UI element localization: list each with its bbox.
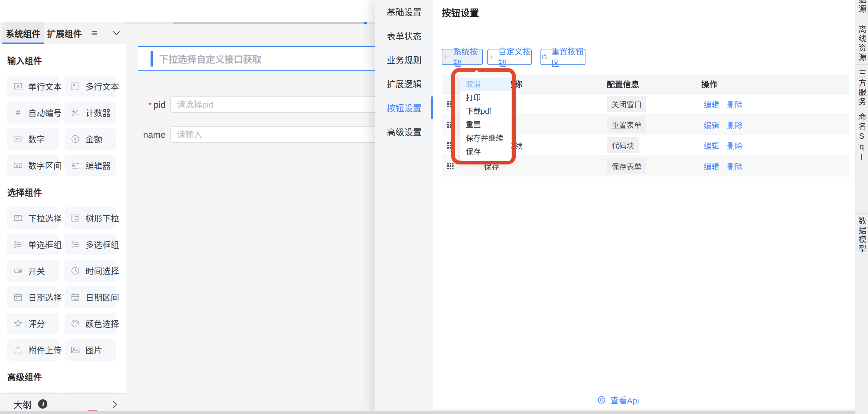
component-label: 单选框组 xyxy=(28,238,62,250)
component-label: 评分 xyxy=(28,317,45,330)
component-tree-select[interactable]: 树形下拉 xyxy=(64,207,116,229)
dropdown-item-cancel[interactable]: 取消 xyxy=(460,78,511,91)
settings-nav: 基础设置 表单状态 业务规则 扩展逻辑 按钮设置 高级设置 xyxy=(375,0,433,414)
nav-business-rules[interactable]: 业务规则 xyxy=(375,48,433,72)
component-amount[interactable]: ¥ 金额 xyxy=(64,128,116,150)
outline-expand-chevron-right-icon[interactable] xyxy=(112,400,118,409)
component-switch[interactable]: 开关 xyxy=(7,260,59,282)
nav-extension-logic[interactable]: 扩展逻辑 xyxy=(375,72,433,97)
component-label: 单行文本 xyxy=(28,80,62,92)
drag-handle-icon[interactable] xyxy=(447,163,454,169)
pid-select-input[interactable] xyxy=(170,97,375,113)
component-label: 多选框组 xyxy=(86,238,119,250)
edit-link[interactable]: 编辑 xyxy=(704,140,719,151)
multiline-text-icon: A xyxy=(70,81,81,91)
dropdown-item-reset[interactable]: 重置 xyxy=(460,118,511,132)
component-time-picker[interactable]: 时间选择 xyxy=(64,260,116,282)
dropdown-caret xyxy=(472,70,482,75)
component-label: 金额 xyxy=(86,133,102,145)
select-icon xyxy=(13,213,23,223)
nav-form-status[interactable]: 表单状态 xyxy=(375,25,433,48)
dropdown-item-print[interactable]: 打印 xyxy=(460,91,511,105)
section-title-input-components: 输入组件 xyxy=(7,54,126,67)
required-asterisk: * xyxy=(149,100,152,110)
component-select[interactable]: 下拉选择 xyxy=(7,207,59,229)
add-system-button[interactable]: 系统按钮 xyxy=(442,49,483,65)
strip-tab-offline-resources[interactable]: 离线资源 xyxy=(856,20,868,65)
section-title-select-components: 选择组件 xyxy=(7,186,126,198)
delete-link[interactable]: 删除 xyxy=(727,140,743,151)
page-title: 按钮设置 xyxy=(442,5,479,19)
nav-advanced-settings[interactable]: 高级设置 xyxy=(375,120,433,144)
component-label: 下拉选择 xyxy=(28,212,62,224)
nav-basic-settings[interactable]: 基础设置 xyxy=(375,1,433,25)
outline-bar: 大纲 i xyxy=(0,393,126,414)
strip-tab-third-party-services[interactable]: 三方服务 xyxy=(856,64,868,109)
image-icon xyxy=(70,345,81,355)
component-color-picker[interactable]: 颜色选择 xyxy=(64,313,116,334)
component-checkbox-group[interactable]: 多选框组 xyxy=(64,234,116,255)
component-label: 时间选择 xyxy=(86,265,119,277)
component-list-layout-icon[interactable] xyxy=(91,29,98,37)
component-number[interactable]: 123 数字 xyxy=(7,128,59,150)
name-text-input[interactable] xyxy=(170,127,375,143)
form-designer-app: 系统组件 扩展组件 输入组件 A 单行文本 A 多行文本 xyxy=(0,0,868,414)
time-picker-icon xyxy=(70,266,81,276)
outline-info-icon[interactable]: i xyxy=(38,399,48,409)
dropdown-item-save[interactable]: 保存 xyxy=(460,145,511,159)
svg-text:A: A xyxy=(17,84,20,89)
component-counter[interactable]: 计数器 xyxy=(64,102,116,124)
drag-handle-icon[interactable] xyxy=(447,101,454,107)
dropdown-item-download-pdf[interactable]: 下载pdf xyxy=(460,105,511,118)
checkbox-group-icon xyxy=(70,239,81,249)
resource-side-strip: 数据源 离线资源 三方服务 命名Sql 数据模型 xyxy=(855,0,868,414)
component-rating[interactable]: 评分 xyxy=(7,313,59,334)
field-label-name: name xyxy=(126,127,165,143)
delete-link[interactable]: 删除 xyxy=(727,119,743,130)
canvas-hscrollbar-thumb[interactable] xyxy=(173,22,364,24)
button-name: 保存 xyxy=(459,161,604,172)
collapse-panel-chevron-down-icon[interactable] xyxy=(113,30,120,37)
component-label: 颜色选择 xyxy=(86,317,119,330)
delete-link[interactable]: 删除 xyxy=(727,99,743,110)
component-number-range[interactable]: 1~3 数字区间 xyxy=(7,154,59,176)
svg-text:#: # xyxy=(16,108,20,117)
column-header-actions: 操作 xyxy=(699,78,849,90)
banner-text: 下拉选择自定义接口获取 xyxy=(159,52,261,65)
component-auto-number[interactable]: # 自动编号 xyxy=(7,102,59,124)
component-date-picker[interactable]: 日期选择 xyxy=(7,286,59,308)
active-nav-indicator xyxy=(431,97,433,119)
svg-text:A: A xyxy=(71,162,75,168)
selected-component-banner[interactable]: 下拉选择自定义接口获取 xyxy=(138,46,375,71)
tab-system-components[interactable]: 系统组件 xyxy=(2,22,44,44)
edit-link[interactable]: 编辑 xyxy=(704,161,719,172)
component-date-range[interactable]: 日期区间 xyxy=(64,286,116,308)
strip-tab-data-source[interactable]: 数据源 xyxy=(856,0,868,21)
drag-handle-icon[interactable] xyxy=(447,142,454,148)
component-multiline-text[interactable]: A 多行文本 xyxy=(64,75,116,97)
component-single-line-text[interactable]: A 单行文本 xyxy=(7,75,59,97)
reset-button-area-button[interactable]: 重置按钮区 xyxy=(540,49,586,65)
component-label: 数字 xyxy=(28,133,45,145)
form-canvas: 下拉选择自定义接口获取 *pid name xyxy=(126,0,375,414)
strip-tab-data-model[interactable]: 数据模型 xyxy=(856,213,868,258)
edit-link[interactable]: 编辑 xyxy=(704,119,719,130)
edit-link[interactable]: 编辑 xyxy=(704,99,719,110)
system-button-dropdown: 取消 打印 下载pdf 重置 保存并继续 保存 xyxy=(460,75,511,161)
drag-handle-icon[interactable] xyxy=(447,122,454,128)
dropdown-item-save-and-continue[interactable]: 保存并继续 xyxy=(460,132,511,145)
component-image[interactable]: 图片 xyxy=(64,339,116,361)
component-radio-group[interactable]: 单选框组 xyxy=(7,234,59,255)
add-custom-button[interactable]: 自定义按钮 xyxy=(487,49,532,65)
select-components-grid: 下拉选择 树形下拉 单选框组 多选框组 开关 xyxy=(0,207,126,361)
switch-icon xyxy=(13,266,23,276)
component-label: 日期区间 xyxy=(86,291,119,303)
auto-number-icon: # xyxy=(13,108,23,118)
component-editor[interactable]: A 编辑器 xyxy=(64,154,116,176)
component-upload[interactable]: 附件上传 xyxy=(7,339,59,361)
nav-button-settings[interactable]: 按钮设置 xyxy=(375,97,433,120)
strip-tab-named-sql[interactable]: 命名Sql xyxy=(856,109,868,214)
delete-link[interactable]: 删除 xyxy=(727,161,743,172)
tab-extension-components[interactable]: 扩展组件 xyxy=(44,22,85,44)
view-api-link[interactable]: 查看Api xyxy=(597,394,639,406)
